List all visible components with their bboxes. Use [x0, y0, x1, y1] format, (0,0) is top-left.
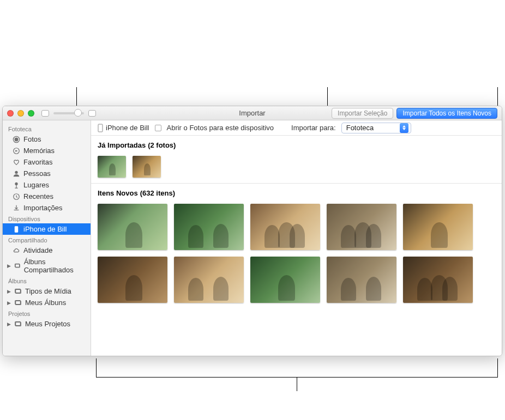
sidebar-item-atividade[interactable]: Atividade: [3, 245, 91, 256]
photo-thumbnail[interactable]: [250, 204, 320, 250]
device-icon: [13, 226, 20, 233]
cloud-icon: [13, 247, 20, 254]
main-area: iPhone de Bill Abrir o Fotos para este d…: [91, 120, 502, 356]
window-close-button[interactable]: [7, 110, 14, 117]
photo-thumbnail[interactable]: [98, 257, 167, 303]
photo-thumbnail[interactable]: [403, 204, 473, 250]
thumbnail-size-slider[interactable]: [53, 110, 84, 117]
svg-point-4: [15, 182, 17, 185]
photo-thumbnail[interactable]: [403, 257, 473, 303]
open-photos-for-device-checkbox[interactable]: [155, 125, 161, 131]
people-icon: [13, 170, 20, 178]
sidebar-item-label: Memórias: [23, 147, 55, 155]
sidebar-item-memorias[interactable]: Memórias: [3, 145, 91, 156]
sidebar-section-compartilhado: Compartilhado: [3, 235, 91, 245]
photo-thumbnail[interactable]: [98, 204, 167, 250]
album-icon: [14, 288, 22, 295]
window-title: Importar: [239, 109, 265, 117]
sidebar-item-fotos[interactable]: Fotos: [3, 133, 91, 145]
window-zoom-button[interactable]: [28, 110, 34, 117]
sidebar-item-lugares[interactable]: Lugares: [3, 179, 91, 191]
album-icon: [14, 299, 22, 307]
device-icon: [98, 124, 103, 132]
sidebar-item-label: Recentes: [23, 192, 53, 200]
sidebar-item-label: Fotos: [23, 135, 41, 143]
already-imported-heading: Já Importadas: [98, 141, 146, 149]
titlebar: Importar Importar Seleção Importar Todos…: [3, 106, 502, 120]
svg-rect-15: [98, 124, 103, 132]
new-items-thumbs: [91, 198, 502, 307]
select-stepper-icon: [400, 123, 408, 133]
content-scroll[interactable]: Já Importadas (2 fotos) Itens Novos (632…: [91, 136, 502, 356]
album-icon: [14, 262, 21, 270]
sidebar-item-label: Favoritas: [23, 158, 52, 166]
photo-thumbnail[interactable]: [327, 257, 396, 303]
sidebar-section-albuns: Álbuns: [3, 276, 91, 285]
clock-icon: [13, 193, 20, 200]
photo-thumbnail[interactable]: [250, 257, 320, 303]
already-imported-thumbs: [91, 150, 502, 182]
import-to-value: Fototeca: [346, 124, 374, 132]
heart-icon: [13, 159, 20, 166]
open-photos-for-device-label: Abrir o Fotos para este dispositivo: [167, 124, 274, 132]
sidebar-item-label: iPhone de Bill: [23, 225, 67, 233]
sidebar-item-label: Meus Projetos: [25, 320, 70, 328]
photo-thumbnail[interactable]: [174, 204, 244, 250]
import-selection-button[interactable]: Importar Seleção: [332, 108, 393, 119]
disclosure-triangle-icon[interactable]: ▶: [7, 321, 11, 327]
import-all-new-button[interactable]: Importar Todos os Itens Novos: [396, 108, 497, 119]
sidebar-item-meus-projetos[interactable]: ▶ Meus Projetos: [3, 318, 91, 330]
already-imported-count: (2 fotos): [148, 141, 176, 149]
disclosure-triangle-icon[interactable]: ▶: [7, 300, 11, 306]
photo-thumbnail[interactable]: [174, 257, 244, 303]
sidebar-item-label: Tipos de Mídia: [25, 287, 71, 295]
photo-thumbnail[interactable]: [98, 156, 126, 178]
new-items-count: (632 itens): [140, 189, 175, 197]
sidebar-item-label: Importações: [23, 204, 63, 212]
new-items-heading: Itens Novos: [98, 189, 138, 197]
svg-rect-6: [15, 226, 17, 232]
import-icon: [13, 204, 20, 212]
callout-line: [327, 87, 328, 106]
svg-point-0: [15, 137, 19, 141]
toolbar-button[interactable]: [41, 110, 49, 117]
sidebar-item-label: Meus Álbuns: [25, 299, 66, 307]
callout-line: [497, 358, 498, 377]
sidebar-item-meus-albuns[interactable]: ▶ Meus Álbuns: [3, 297, 91, 308]
sidebar-section-dispositivos: Dispositivos: [3, 214, 91, 223]
callout-line: [96, 358, 97, 377]
photo-thumbnail[interactable]: [133, 156, 161, 178]
sidebar-item-favoritas[interactable]: Favoritas: [3, 156, 91, 168]
sidebar-item-tipos-midia[interactable]: ▶ Tipos de Mídia: [3, 285, 91, 297]
callout-line: [497, 87, 498, 106]
sidebar-item-albuns-compartilhados[interactable]: ▶ Álbuns Compartilhados: [3, 256, 91, 276]
sidebar-section-projetos: Projetos: [3, 308, 91, 318]
callout-line: [297, 377, 297, 391]
sidebar: Fototeca Fotos Memórias Favoritas Pessoa…: [3, 120, 91, 356]
sidebar-item-recentes[interactable]: Recentes: [3, 191, 91, 202]
disclosure-triangle-icon[interactable]: ▶: [7, 289, 11, 294]
sidebar-section-fototeca: Fototeca: [3, 124, 91, 133]
sidebar-item-device-iphone[interactable]: iPhone de Bill: [3, 223, 91, 235]
device-name: iPhone de Bill: [106, 124, 149, 132]
sidebar-item-label: Lugares: [23, 181, 49, 189]
disclosure-triangle-icon[interactable]: ▶: [7, 263, 11, 269]
sidebar-item-label: Pessoas: [23, 169, 51, 178]
memories-icon: [13, 147, 20, 155]
sidebar-item-label: Álbuns Compartilhados: [24, 258, 85, 274]
import-to-select[interactable]: Fototeca: [341, 123, 411, 133]
options-bar: iPhone de Bill Abrir o Fotos para este d…: [91, 120, 502, 136]
import-to-label: Importar para:: [291, 124, 336, 132]
album-icon: [14, 320, 22, 328]
slider-thumb[interactable]: [74, 109, 82, 117]
sidebar-item-pessoas[interactable]: Pessoas: [3, 168, 91, 179]
app-window: Importar Importar Seleção Importar Todos…: [2, 106, 502, 356]
sidebar-item-label: Atividade: [23, 246, 52, 254]
sidebar-item-importacoes[interactable]: Importações: [3, 202, 91, 214]
window-minimize-button[interactable]: [17, 110, 24, 117]
toggle-sidebar-button[interactable]: [88, 110, 96, 117]
photo-thumbnail[interactable]: [327, 204, 396, 250]
svg-point-3: [15, 171, 17, 173]
photos-icon: [13, 136, 20, 143]
pin-icon: [13, 181, 20, 189]
